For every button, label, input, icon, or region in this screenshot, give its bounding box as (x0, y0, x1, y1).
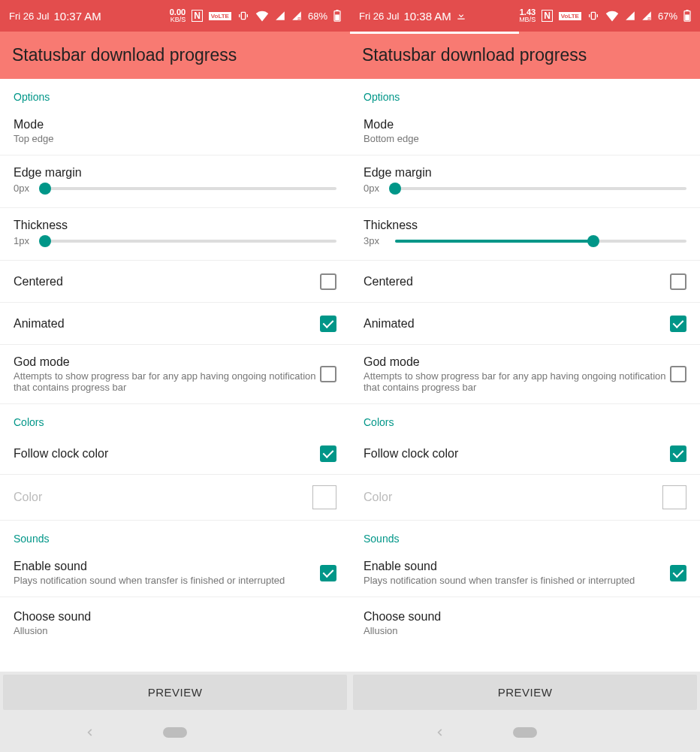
centered-checkbox[interactable] (320, 273, 336, 290)
slider-thumb-icon[interactable] (587, 235, 599, 247)
tab-indicator (350, 32, 519, 34)
wifi-icon (255, 10, 269, 22)
animated-row[interactable]: Animated (0, 303, 350, 345)
settings-list: Options Mode Top edge Edge margin 0px Th… (0, 79, 350, 672)
screen-right: Fri 26 Jul 10:38 AM 1.43 MB/S N VoLTE (350, 0, 700, 752)
choose-sound-label: Choose sound (14, 610, 336, 624)
edge-margin-row[interactable]: Edge margin 0px (0, 156, 350, 208)
svg-text:R: R (647, 17, 650, 21)
choose-sound-row[interactable]: Choose sound Allusion (0, 597, 350, 639)
thickness-slider[interactable] (45, 240, 336, 243)
settings-list: Options Mode Bottom edge Edge margin 0px… (350, 79, 700, 672)
mode-row[interactable]: Mode Top edge (0, 107, 350, 156)
network-speed: 0.00 KB/S (170, 8, 186, 23)
mode-label: Mode (364, 118, 686, 131)
options-header: Options (0, 79, 350, 107)
signal-icon-2: R (291, 11, 302, 21)
enable-sound-label: Enable sound (364, 560, 670, 573)
centered-row[interactable]: Centered (350, 261, 700, 303)
choose-sound-label: Choose sound (364, 610, 686, 624)
svg-rect-8 (686, 10, 688, 11)
signal-icon (275, 11, 285, 21)
screen-left: Fri 26 Jul 10:37 AM 0.00 KB/S N VoLTE R … (0, 0, 350, 752)
animated-row[interactable]: Animated (350, 303, 700, 345)
thickness-label: Thickness (364, 219, 686, 232)
signal-icon-2: R (641, 11, 652, 21)
follow-clock-row[interactable]: Follow clock color (350, 433, 700, 475)
svg-text:R: R (297, 17, 300, 21)
enable-sound-checkbox[interactable] (670, 565, 686, 581)
choose-sound-value: Allusion (14, 625, 336, 636)
slider-thumb-icon[interactable] (389, 183, 401, 195)
colors-header: Colors (350, 404, 700, 433)
options-header: Options (350, 79, 700, 107)
color-row: Color (350, 475, 700, 521)
nav-back-icon[interactable] (435, 724, 445, 741)
enable-sound-label: Enable sound (14, 560, 320, 573)
battery-pct: 67% (658, 11, 677, 22)
sounds-header: Sounds (0, 521, 350, 549)
animated-checkbox[interactable] (670, 316, 686, 332)
god-mode-row[interactable]: God mode Attempts to show progress bar f… (350, 345, 700, 404)
edge-margin-row[interactable]: Edge margin 0px (350, 156, 700, 208)
nav-bar (0, 713, 350, 752)
animated-label: Animated (14, 317, 320, 331)
color-label: Color (364, 491, 662, 504)
status-time: 10:37 AM (53, 10, 101, 23)
thickness-row[interactable]: Thickness 1px (0, 208, 350, 261)
statusbar: Fri 26 Jul 10:38 AM 1.43 MB/S N VoLTE (350, 0, 700, 32)
slider-thumb-icon[interactable] (39, 183, 51, 195)
sounds-header: Sounds (350, 521, 700, 549)
svg-rect-9 (685, 14, 689, 20)
slider-thumb-icon[interactable] (39, 235, 51, 247)
edge-margin-label: Edge margin (14, 166, 336, 180)
wifi-icon (605, 10, 619, 22)
color-label: Color (14, 491, 312, 504)
follow-clock-checkbox[interactable] (670, 445, 686, 462)
page-title: Statusbar download progress (0, 32, 350, 79)
centered-row[interactable]: Centered (0, 261, 350, 303)
follow-clock-checkbox[interactable] (320, 445, 336, 462)
signal-icon (625, 11, 635, 21)
enable-sound-row[interactable]: Enable sound Plays notification sound wh… (350, 549, 700, 597)
mode-label: Mode (14, 118, 336, 131)
status-time: 10:38 AM (403, 10, 451, 23)
download-icon (456, 11, 466, 21)
follow-clock-row[interactable]: Follow clock color (0, 433, 350, 475)
battery-pct: 68% (308, 11, 327, 22)
enable-sound-checkbox[interactable] (320, 565, 336, 581)
mode-value: Bottom edge (364, 133, 686, 144)
preview-bar: PREVIEW (0, 672, 350, 713)
vibrate-icon (587, 10, 599, 22)
god-mode-checkbox[interactable] (670, 366, 686, 382)
preview-button[interactable]: PREVIEW (353, 675, 697, 710)
thickness-value: 1px (14, 235, 38, 246)
nav-home-icon[interactable] (163, 727, 187, 738)
preview-button[interactable]: PREVIEW (3, 675, 347, 710)
enable-sound-row[interactable]: Enable sound Plays notification sound wh… (0, 549, 350, 597)
thickness-row[interactable]: Thickness 3px (350, 208, 700, 261)
god-mode-checkbox[interactable] (320, 366, 336, 382)
svg-rect-4 (335, 14, 339, 20)
edge-margin-slider[interactable] (45, 187, 336, 190)
god-mode-label: God mode (364, 355, 670, 369)
mode-row[interactable]: Mode Bottom edge (350, 107, 700, 156)
colors-header: Colors (0, 404, 350, 433)
animated-checkbox[interactable] (320, 316, 336, 332)
nav-home-icon[interactable] (513, 727, 537, 738)
centered-checkbox[interactable] (670, 273, 686, 290)
god-mode-row[interactable]: God mode Attempts to show progress bar f… (0, 345, 350, 404)
centered-label: Centered (364, 275, 670, 288)
color-row: Color (0, 475, 350, 521)
thickness-slider[interactable] (395, 240, 686, 243)
enable-sound-sub: Plays notification sound when transfer i… (14, 575, 320, 586)
nav-back-icon[interactable] (85, 724, 95, 741)
nav-bar (350, 713, 700, 752)
edge-margin-value: 0px (364, 183, 388, 194)
choose-sound-value: Allusion (364, 625, 686, 636)
edge-margin-slider[interactable] (395, 187, 686, 190)
thickness-value: 3px (364, 235, 388, 246)
nfc-icon: N (192, 10, 203, 22)
god-mode-sub: Attempts to show progress bar for any ap… (14, 370, 320, 393)
choose-sound-row[interactable]: Choose sound Allusion (350, 597, 700, 639)
